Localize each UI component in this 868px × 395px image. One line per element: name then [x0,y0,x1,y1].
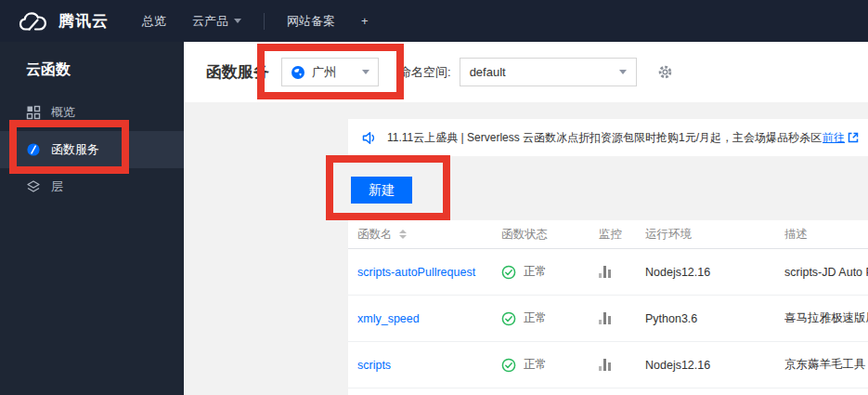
status-check-icon [501,265,516,280]
main-content: 函数服务 广州 命名空间: default [184,42,868,395]
table-row: scripts-autoPullrequest 正常 Nodejs12.16 s… [348,249,868,296]
chevron-down-icon [619,70,627,74]
sidebar-title: 云函数 [0,42,184,94]
sidebar-item-label: 概览 [51,104,75,121]
grid-icon [26,105,41,120]
namespace-label: 命名空间: [399,64,451,81]
banner-go-link[interactable]: 前往 [823,130,845,146]
sort-icon[interactable] [399,230,407,239]
status-text: 正常 [524,357,547,373]
column-header-description: 描述 [784,227,868,243]
page-title: 函数服务 [206,61,269,83]
nav-website-record-tab[interactable]: 网站备案 [274,13,348,30]
layers-icon [26,179,41,194]
tencent-cloud-logo-icon [19,10,49,33]
brand-name: 腾讯云 [58,10,109,32]
description-value: 喜马拉雅极速版刷 [784,310,868,326]
function-table: 函数名 函数状态 监控 运行环境 描述 scripts-autoPullrequ… [348,220,868,395]
settings-gear-icon[interactable] [657,64,673,80]
status-text: 正常 [524,310,547,326]
description-value: scripts-JD Auto P [784,266,868,279]
monitor-chart-icon[interactable] [599,312,613,324]
scf-function-icon [26,142,41,157]
runtime-value: Python3.6 [645,312,784,325]
promo-banner: 11.11云上盛典 | Serverless 云函数冰点折扣资源包限时抢购1元/… [348,119,868,156]
globe-icon [291,65,305,80]
column-header-name[interactable]: 函数名 [348,227,501,243]
function-name-link[interactable]: scripts-autoPullrequest [357,266,475,279]
sidebar: 云函数 概览 函数服务 层 [0,42,184,395]
nav-cloud-products[interactable]: 云产品 [179,13,254,30]
brand[interactable]: 腾讯云 [19,10,109,33]
chevron-down-icon [234,19,241,23]
table-row: scripts 正常 Nodejs12.16 京东薅羊毛工具 [348,342,868,388]
page-header: 函数服务 广州 命名空间: default [184,42,868,102]
table-header-row: 函数名 函数状态 监控 运行环境 描述 [348,220,868,249]
nav-overview[interactable]: 总览 [129,13,179,30]
banner-text: 11.11云上盛典 | Serverless 云函数冰点折扣资源包限时抢购1元/… [387,130,822,146]
description-value: 京东薅羊毛工具 [784,357,868,373]
status-text: 正常 [524,264,547,280]
region-selector[interactable]: 广州 [281,58,379,86]
function-name-link[interactable]: xmly_speed [357,312,420,325]
status-check-icon [501,311,516,326]
megaphone-icon [362,131,378,145]
sidebar-item-layers[interactable]: 层 [0,168,184,205]
sidebar-item-label: 函数服务 [51,141,99,158]
runtime-value: Nodejs12.16 [645,266,784,279]
sidebar-item-overview[interactable]: 概览 [0,94,184,131]
runtime-value: Nodejs12.16 [645,359,784,372]
namespace-value: default [470,65,614,79]
function-name-link[interactable]: scripts [357,359,391,372]
region-value: 广州 [312,64,356,81]
column-header-status: 函数状态 [501,227,599,243]
monitor-chart-icon[interactable] [599,359,613,371]
table-row: xmly_speed 正常 Python3.6 喜马拉雅极速版刷 [348,296,868,342]
topbar: 腾讯云 总览 云产品 网站备案 + [0,0,868,42]
add-tab-button[interactable]: + [348,14,382,28]
namespace-select[interactable]: default [460,58,637,86]
chevron-down-icon [362,70,369,74]
monitor-chart-icon[interactable] [599,266,613,278]
status-check-icon [501,358,516,373]
top-navigation: 总览 云产品 网站备案 + [129,13,382,30]
external-link-icon[interactable] [848,132,859,143]
nav-divider [264,13,265,30]
nav-cloud-products-label: 云产品 [192,13,228,30]
column-header-label: 函数名 [357,227,393,243]
column-header-monitor: 监控 [599,227,645,243]
column-header-runtime: 运行环境 [645,227,784,243]
sidebar-item-label: 层 [51,178,63,195]
sidebar-item-function-service[interactable]: 函数服务 [0,131,184,168]
create-function-button[interactable]: 新建 [351,177,412,204]
